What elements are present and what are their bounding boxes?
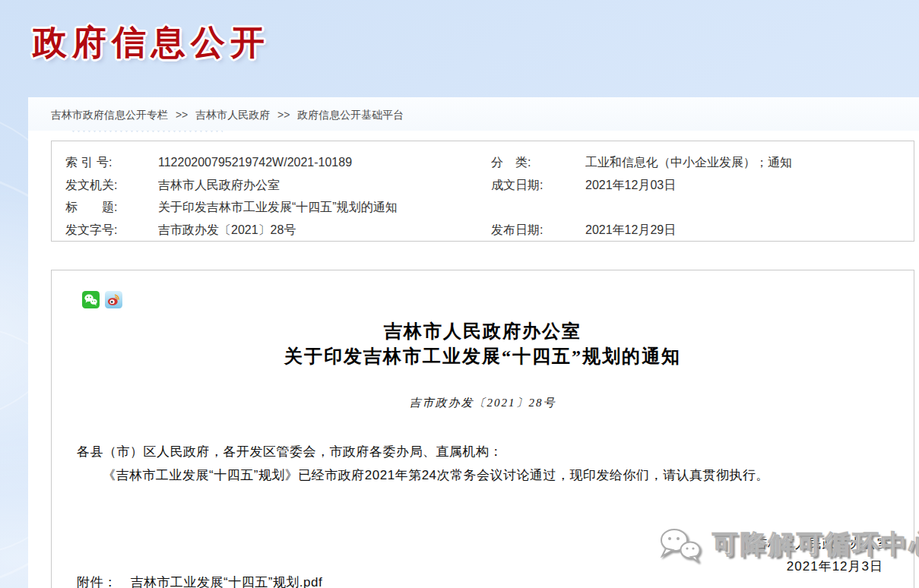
wechat-bubbles-outline-icon xyxy=(656,525,705,564)
meta-label-index: 索 引 号: xyxy=(65,151,158,174)
meta-label-issuer: 发文机关: xyxy=(65,174,158,197)
meta-label-written-date: 成文日期: xyxy=(491,174,585,197)
signature-block: 吉林市人民政府办公室 2021年12月3日 xyxy=(754,533,891,578)
breadcrumb-item-platform[interactable]: 政府信息公开基础平台 xyxy=(297,109,404,121)
breadcrumb: 吉林市政府信息公开专栏 >> 吉林市人民政府 >> 政府信息公开基础平台 xyxy=(28,97,919,131)
attachment-link[interactable]: 吉林市工业发展“十四五”规划.pdf xyxy=(131,575,323,588)
document-metadata-table: 索 引 号: 11220200795219742W/2021-10189 分 类… xyxy=(51,141,914,242)
document-heading-title: 关于印发吉林市工业发展“十四五”规划的通知 xyxy=(52,344,914,369)
breadcrumb-item-government[interactable]: 吉林市人民政府 xyxy=(195,109,270,121)
page-title: 政府信息公开 xyxy=(33,20,270,65)
breadcrumb-separator: >> xyxy=(277,109,290,121)
attachment-row: 附件：吉林市工业发展“十四五”规划.pdf xyxy=(77,574,322,588)
content-panel: 吉林市政府信息公开专栏 >> 吉林市人民政府 >> 政府信息公开基础平台 索 引… xyxy=(28,97,919,588)
attachment-label: 附件： xyxy=(77,575,117,588)
document-body-paragraph: 《吉林市工业发展“十四五”规划》已经市政府2021年第24次常务会议讨论通过，现… xyxy=(77,465,882,485)
document-heading-org: 吉林市人民政府办公室 xyxy=(52,319,914,344)
breadcrumb-item-column[interactable]: 吉林市政府信息公开专栏 xyxy=(51,109,168,121)
meta-label-title: 标 题: xyxy=(65,196,158,219)
meta-empty-cell xyxy=(585,196,914,219)
document-heading: 吉林市人民政府办公室 关于印发吉林市工业发展“十四五”规划的通知 xyxy=(52,319,914,369)
meta-value-index: 11220200795219742W/2021-10189 xyxy=(158,151,491,174)
meta-value-category: 工业和信息化（中小企业发展）；通知 xyxy=(585,151,914,174)
wechat-icon[interactable] xyxy=(82,291,100,308)
meta-empty-cell xyxy=(491,196,585,219)
meta-value-title: 关于印发吉林市工业发展“十四五”规划的通知 xyxy=(158,196,491,219)
document-number: 吉市政办发〔2021〕28号 xyxy=(52,396,914,410)
document-salutation: 各县（市）区人民政府，各开发区管委会，市政府各委办局、直属机构： xyxy=(77,443,502,460)
document-content-box: 吉林市人民政府办公室 关于印发吉林市工业发展“十四五”规划的通知 吉市政办发〔2… xyxy=(51,270,914,588)
signature-date: 2021年12月3日 xyxy=(754,555,883,578)
meta-label-publish-date: 发布日期: xyxy=(491,219,585,242)
meta-value-publish-date: 2021年12月29日 xyxy=(585,219,914,242)
breadcrumb-separator: >> xyxy=(176,109,188,121)
share-buttons xyxy=(82,291,122,308)
meta-value-doc-number: 吉市政办发〔2021〕28号 xyxy=(158,219,491,242)
meta-value-issuer: 吉林市人民政府办公室 xyxy=(158,174,491,197)
meta-label-category: 分 类: xyxy=(491,151,585,174)
meta-value-written-date: 2021年12月03日 xyxy=(585,174,914,197)
signature-org: 吉林市人民政府办公室 xyxy=(754,533,891,555)
meta-label-doc-number: 发文字号: xyxy=(65,219,158,242)
weibo-icon[interactable] xyxy=(105,291,122,308)
